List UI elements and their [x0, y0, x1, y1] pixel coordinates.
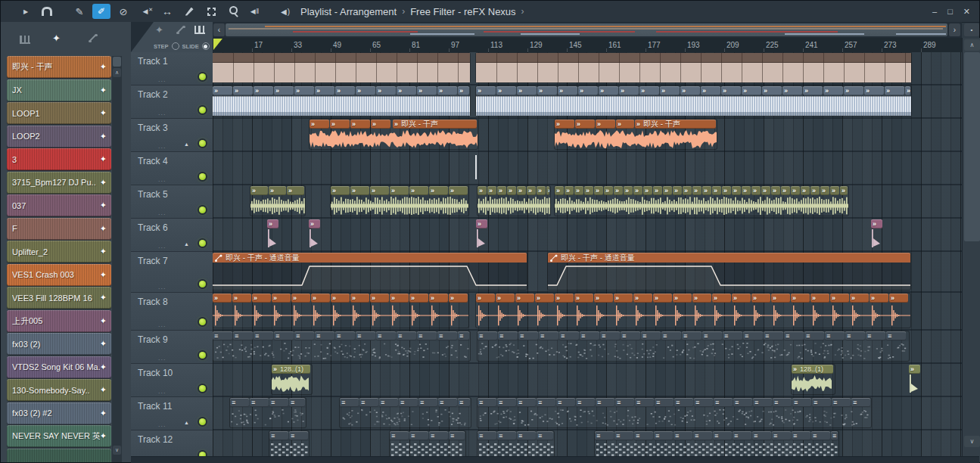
wave-icon[interactable]: ✦ [100, 362, 107, 372]
step-toggle[interactable] [172, 42, 179, 50]
spikegroup-clip[interactable]: »»»»»»»»»»»»» [213, 294, 468, 328]
clip-chip[interactable]: » [476, 219, 487, 228]
piano-view-icon[interactable] [194, 26, 205, 34]
scroll-down-button[interactable]: ∨ [113, 446, 121, 455]
clip-chip[interactable]: » [535, 294, 554, 303]
clip-chip[interactable]: ≡ [537, 398, 555, 407]
automation-clip-header[interactable]: 即兴 - 干声 - 通道音量 [548, 253, 910, 263]
playhead-marker[interactable] [213, 39, 222, 50]
clip-chip[interactable]: » [555, 294, 574, 303]
clip-chip[interactable]: » [311, 294, 330, 303]
wavegroup-clip[interactable]: »»»»»即兴 - 干声 [555, 120, 717, 149]
clip-chip[interactable]: » [810, 186, 820, 195]
clip-chip[interactable]: ≡ [866, 331, 885, 340]
breadcrumb-plugin[interactable]: Free Filter - reFX Nexus [410, 6, 515, 17]
clip-chip[interactable]: » [771, 294, 790, 303]
clip-chip[interactable]: » [870, 294, 888, 303]
clip-chip[interactable]: ≡ [792, 431, 810, 440]
clip-chip[interactable]: » [840, 186, 848, 195]
clip-chip[interactable]: » [507, 186, 516, 195]
chipwave-clip[interactable]: »»»»»»»»»»»»»»»»»»»»»» [476, 86, 911, 116]
clip-chip[interactable]: ≡ [397, 331, 416, 340]
slice-icon[interactable] [180, 4, 198, 19]
clip-chip[interactable]: » [721, 86, 741, 95]
clip-chip[interactable]: ≡ [851, 398, 870, 407]
clip-chip[interactable]: » [371, 120, 390, 129]
marker-clip[interactable]: » [871, 219, 885, 248]
close-button[interactable]: ✕ [963, 7, 970, 17]
picker-item[interactable]: 上升005✦ [7, 310, 111, 332]
scrollbar-handle[interactable] [113, 57, 121, 67]
clip-chip[interactable]: » [232, 294, 251, 303]
clip-chip[interactable]: ≡ [654, 431, 673, 440]
clip-chip[interactable]: » [660, 86, 680, 95]
clip-chip[interactable]: » [350, 120, 370, 129]
clip-chip[interactable]: » [889, 294, 908, 303]
clip-chip[interactable]: ≡ [478, 331, 497, 340]
clip-chip[interactable]: ≡ [213, 331, 232, 340]
clip-chip[interactable]: » [810, 294, 829, 303]
clip-chip[interactable]: » [801, 186, 810, 195]
clip-chip[interactable]: ≡ [682, 331, 702, 340]
clip-chip[interactable]: ≡ [576, 398, 595, 407]
track-header[interactable]: Track 3...▲ [131, 119, 213, 152]
clip-chip[interactable]: » [732, 294, 751, 303]
clip-chip[interactable]: » [476, 294, 495, 303]
track-enable-led[interactable] [199, 281, 206, 287]
clip-chip[interactable]: ≡ [804, 331, 824, 340]
clip-chip[interactable]: » [751, 186, 761, 195]
clip-chip[interactable]: ≡ [825, 331, 845, 340]
clip-chip[interactable]: » [250, 186, 268, 195]
clip-chip[interactable]: ≡ [498, 331, 518, 340]
clip-chip[interactable]: ≡ [580, 331, 599, 340]
clip-chip[interactable]: ≡ [714, 398, 733, 407]
track-menu-dots[interactable]: ... [158, 209, 166, 216]
picker-item[interactable]: JX✦ [7, 79, 111, 101]
scrub-icon[interactable] [246, 4, 264, 19]
picker-item[interactable]: VEE3 Fill 128BPM 16✦ [7, 287, 111, 309]
track-menu-dots[interactable]: ... [158, 109, 166, 117]
clip-chip[interactable]: » [213, 86, 232, 95]
clip-chip[interactable]: » [537, 86, 557, 95]
clip-chip[interactable]: ≡ [596, 398, 614, 407]
clip-chip[interactable]: » [663, 186, 672, 195]
clip-chip[interactable]: ≡ [517, 431, 536, 440]
track-menu-dots[interactable]: ... [158, 142, 166, 150]
clip-chip[interactable]: » [791, 186, 800, 195]
clip-chip[interactable]: » [409, 294, 428, 303]
select-icon[interactable] [202, 4, 220, 19]
track-fold-icon[interactable]: ▲ [184, 241, 189, 247]
clip-chip[interactable]: » [449, 294, 468, 303]
clip-chip[interactable]: » [683, 186, 692, 195]
clip-chip[interactable]: ≡ [661, 331, 681, 340]
track-header[interactable]: Track 4... [131, 152, 213, 185]
track-enable-led[interactable] [199, 418, 206, 425]
track-menu-dots[interactable]: ... [158, 242, 166, 250]
clip-chip[interactable]: » [267, 219, 278, 228]
track-enable-led[interactable] [199, 352, 206, 359]
clip-chip[interactable]: ≡ [743, 331, 763, 340]
clip-chip[interactable]: ≡ [559, 331, 579, 340]
clip-chip[interactable]: ≡ [615, 398, 634, 407]
wave-icon[interactable]: ✦ [100, 224, 107, 234]
marker-clip[interactable]: » [909, 365, 922, 393]
clip-chip[interactable]: ≡ [335, 331, 355, 340]
wave-icon[interactable]: ✦ [100, 85, 107, 95]
wave-icon[interactable]: ✦ [100, 200, 107, 210]
clip-chip[interactable]: ≡ [792, 398, 811, 407]
track-header[interactable]: Track 6...▲ [131, 219, 213, 252]
ruler[interactable]: 1733496581971131291451611771932092252412… [213, 38, 962, 53]
clip-chip[interactable]: » [584, 186, 593, 195]
clip-chip[interactable]: » [233, 86, 253, 95]
wavegroup-clip[interactable]: »»»»»即兴 - 干声 [310, 120, 478, 149]
picker-item[interactable]: NEVER SAY NEVER 英..✦ [7, 425, 111, 447]
track-menu-dots[interactable]: ... [158, 354, 166, 362]
clip-chip[interactable]: » [574, 294, 593, 303]
clip-chip[interactable]: ≡ [269, 398, 288, 407]
vertical-scrollbar[interactable]: ∧ ∨ [962, 38, 980, 462]
clip-chip[interactable]: » [527, 186, 536, 195]
clip-chip[interactable]: » [458, 86, 469, 95]
clip-chip[interactable]: » [771, 186, 780, 195]
breadcrumb-playlist[interactable]: Playlist - Arrangement [300, 6, 397, 17]
patterns-tab-icon[interactable] [20, 36, 30, 44]
